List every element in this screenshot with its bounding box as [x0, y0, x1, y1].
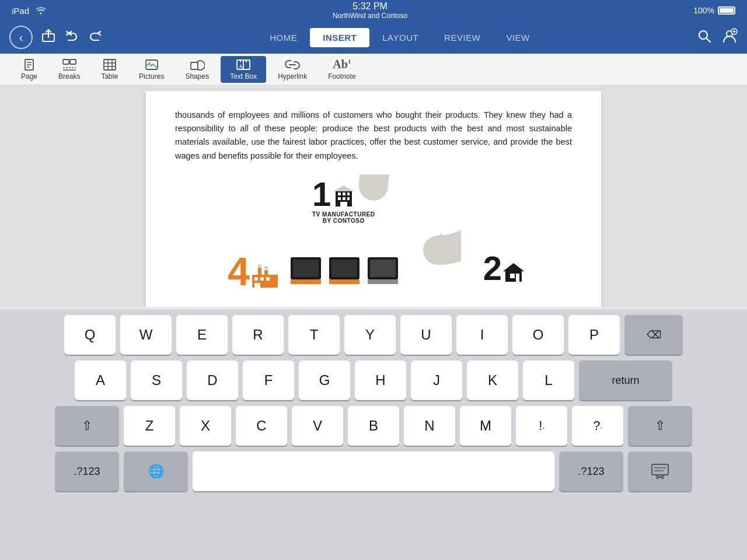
toolbar-shapes-label: Shapes — [185, 72, 209, 80]
svg-rect-33 — [343, 192, 345, 195]
key-X[interactable]: X — [180, 406, 231, 446]
svg-line-2 — [707, 38, 711, 43]
key-P[interactable]: P — [568, 315, 620, 355]
status-left: iPad — [12, 5, 47, 16]
key-C[interactable]: C — [236, 406, 287, 446]
tv-item — [327, 256, 361, 288]
svg-rect-46 — [260, 277, 264, 281]
key-H[interactable]: H — [355, 360, 406, 400]
svg-point-51 — [258, 264, 261, 268]
redo-button[interactable] — [88, 28, 103, 47]
svg-rect-35 — [338, 197, 341, 200]
svg-rect-11 — [63, 60, 69, 64]
search-button[interactable] — [697, 29, 712, 46]
nav-right — [697, 28, 738, 47]
toolbar-shapes[interactable]: Shapes — [176, 56, 218, 83]
svg-marker-39 — [333, 186, 354, 191]
key-space[interactable] — [193, 452, 554, 491]
tab-review[interactable]: REVIEW — [431, 28, 493, 47]
toolbar-table[interactable]: Table — [92, 56, 127, 83]
document-body: thousands of employees and millions of c… — [175, 108, 572, 163]
svg-rect-47 — [266, 277, 270, 281]
keyboard-row1: Q W E R T Y U I O P ⌫ — [4, 315, 743, 355]
svg-rect-15 — [104, 60, 116, 70]
key-return[interactable]: return — [579, 360, 672, 400]
tab-view[interactable]: VIEW — [493, 28, 542, 47]
svg-rect-49 — [258, 268, 261, 276]
svg-rect-38 — [340, 202, 347, 206]
key-shift-right[interactable]: ⇧ — [628, 406, 692, 446]
svg-rect-37 — [347, 197, 350, 200]
step1-label2: BY CONTOSO — [312, 218, 375, 224]
status-right: 100% — [693, 6, 735, 15]
key-E[interactable]: E — [176, 315, 228, 355]
tab-insert[interactable]: INSERT — [310, 28, 369, 47]
time-label: 5:32 PM — [333, 1, 407, 12]
svg-point-21 — [148, 62, 151, 64]
key-question[interactable]: ?. — [572, 406, 623, 446]
key-V[interactable]: V — [292, 406, 343, 446]
key-B[interactable]: B — [348, 406, 399, 446]
key-K[interactable]: K — [467, 360, 518, 400]
undo-button[interactable] — [64, 28, 79, 47]
keyboard-row3: ⇧ Z X C V B N M !, ?. ⇧ — [4, 406, 743, 446]
key-A[interactable]: A — [75, 360, 126, 400]
document-area: thousands of employees and millions of c… — [0, 85, 747, 307]
svg-rect-54 — [293, 260, 319, 277]
key-S[interactable]: S — [131, 360, 182, 400]
key-num-right[interactable]: .?123 — [559, 452, 623, 491]
profile-button[interactable] — [721, 28, 738, 47]
keyboard-row2: A S D F G H J K L return — [4, 360, 743, 400]
back-button[interactable]: ‹ — [9, 26, 33, 49]
step1: 1 — [312, 177, 375, 224]
toolbar-breaks[interactable]: Breaks — [49, 56, 89, 83]
key-D[interactable]: D — [187, 360, 238, 400]
key-Y[interactable]: Y — [344, 315, 396, 355]
doc-title-label: NorthWind and Contoso — [333, 12, 407, 20]
toolbar-hyperlink-label: Hyperlink — [278, 72, 307, 80]
key-globe[interactable]: 🌐 — [124, 452, 188, 491]
key-R[interactable]: R — [232, 315, 284, 355]
toolbar-pictures-label: Pictures — [139, 72, 164, 80]
key-I[interactable]: I — [456, 315, 508, 355]
key-Z[interactable]: Z — [124, 406, 175, 446]
key-U[interactable]: U — [400, 315, 452, 355]
svg-rect-61 — [368, 279, 398, 284]
key-F[interactable]: F — [243, 360, 294, 400]
toolbar-textbox[interactable]: A Text Box — [221, 56, 266, 83]
battery-percent: 100% — [693, 6, 714, 15]
svg-rect-32 — [338, 192, 341, 195]
key-hide-keyboard[interactable] — [628, 452, 692, 491]
key-O[interactable]: O — [512, 315, 564, 355]
nav-left: ‹ — [9, 26, 103, 49]
svg-rect-42 — [510, 274, 515, 278]
key-shift-left[interactable]: ⇧ — [55, 406, 119, 446]
key-T[interactable]: T — [288, 315, 340, 355]
key-J[interactable]: J — [411, 360, 462, 400]
svg-point-52 — [264, 266, 268, 270]
step1-label1: TV MANUFACTURED — [312, 211, 375, 218]
key-num-left[interactable]: .?123 — [55, 452, 119, 491]
toolbar-pictures[interactable]: Pictures — [130, 56, 173, 83]
toolbar-page[interactable]: Page — [12, 56, 47, 83]
share-button[interactable] — [41, 28, 56, 47]
tab-home[interactable]: HOME — [257, 28, 310, 47]
svg-rect-57 — [331, 260, 357, 277]
svg-rect-60 — [370, 260, 396, 277]
status-bar: iPad 5:32 PM NorthWind and Contoso 100% — [0, 0, 747, 21]
tab-layout[interactable]: LAYOUT — [369, 28, 431, 47]
key-delete[interactable]: ⌫ — [624, 315, 683, 355]
key-L[interactable]: L — [523, 360, 574, 400]
key-exclaim[interactable]: !, — [516, 406, 567, 446]
document-page[interactable]: thousands of employees and millions of c… — [146, 91, 601, 307]
toolbar-footnote[interactable]: Ab1 Footnote — [319, 55, 365, 83]
toolbar-hyperlink[interactable]: Hyperlink — [268, 56, 316, 83]
key-N[interactable]: N — [404, 406, 455, 446]
key-M[interactable]: M — [460, 406, 511, 446]
toolbar: Page Breaks Table Pictures — [0, 54, 747, 85]
key-Q[interactable]: Q — [64, 315, 116, 355]
key-G[interactable]: G — [299, 360, 350, 400]
key-W[interactable]: W — [120, 315, 172, 355]
toolbar-footnote-label: Footnote — [328, 72, 355, 80]
nav-tabs: HOME INSERT LAYOUT REVIEW VIEW — [103, 28, 697, 47]
